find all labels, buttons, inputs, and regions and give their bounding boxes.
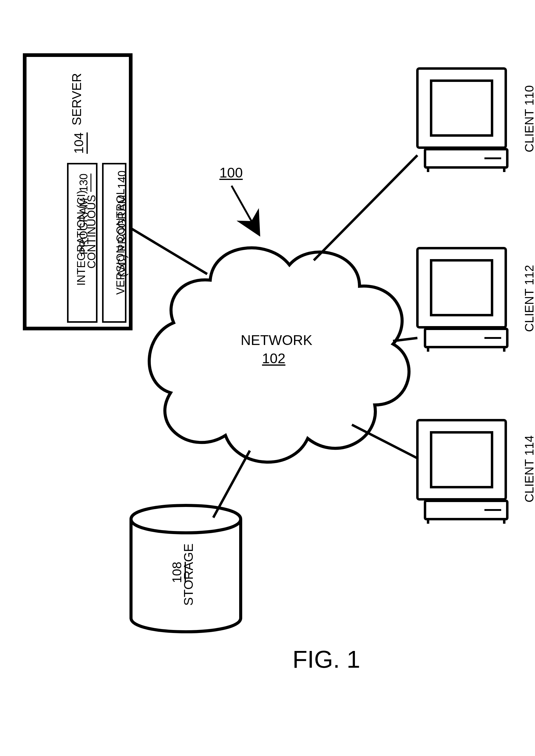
- figure-ref-num: 100: [219, 164, 243, 181]
- figure-caption: FIG. 1: [293, 645, 360, 673]
- client-icon-1: [417, 68, 507, 172]
- svg-line-18: [131, 229, 207, 274]
- svg-rect-13: [431, 432, 492, 487]
- storage-label: STORAGE: [181, 544, 196, 606]
- network-label: NETWORK: [241, 332, 312, 348]
- svg-rect-12: [417, 420, 506, 499]
- svg-rect-2: [425, 149, 507, 168]
- svg-rect-1: [431, 81, 492, 135]
- svg-rect-0: [417, 68, 506, 148]
- storage-cylinder: [131, 505, 241, 632]
- svg-rect-8: [425, 329, 507, 347]
- svg-rect-7: [431, 260, 492, 315]
- ref-pointer-100: [232, 186, 259, 234]
- ci-program-box: [67, 163, 98, 323]
- client-icon-3: [417, 420, 507, 524]
- svg-rect-14: [425, 501, 507, 519]
- svg-line-21: [393, 338, 417, 341]
- connection-lines: [131, 155, 417, 518]
- client-icon-2: [417, 248, 507, 352]
- svg-line-22: [352, 425, 417, 458]
- network-ref: 102: [262, 350, 286, 366]
- svg-line-20: [314, 155, 417, 260]
- vc-program-box: [102, 163, 127, 323]
- network-cloud: [149, 248, 409, 462]
- svg-rect-6: [417, 248, 506, 327]
- svg-line-19: [213, 451, 250, 518]
- client1-label: CLIENT 110: [509, 85, 535, 166]
- client2-label: CLIENT 112: [509, 265, 535, 346]
- diagram-stage: 100 SERVER 104 CONTINUOUS INTEGRATION (C…: [0, 0, 535, 756]
- storage-ref: 108: [170, 562, 184, 583]
- client3-label: CLIENT 114: [509, 435, 535, 516]
